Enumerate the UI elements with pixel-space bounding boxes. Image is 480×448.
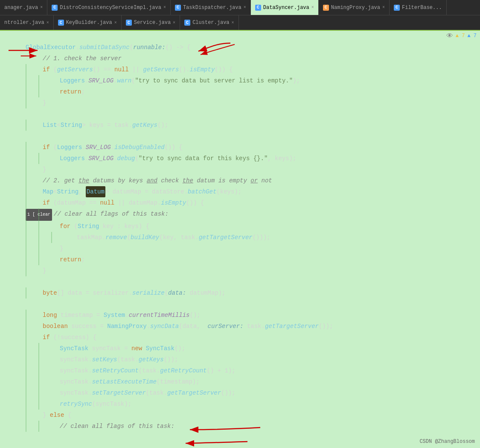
tab-label: KeyBuilder.java — [66, 20, 112, 26]
hide-icon: 👁 — [446, 32, 453, 40]
code-line-empty3 — [0, 276, 480, 287]
code-line-empty4 — [0, 299, 480, 310]
ide-window: anager.java × C DistroConsistencyService… — [0, 0, 480, 448]
code-line-29: syncTask.setKeys(task.getKeys()); — [0, 354, 480, 365]
java-class-icon: C — [394, 5, 400, 11]
tab-controller[interactable]: ntroller.java × — [0, 15, 54, 30]
code-line-17: for (String key : keys) { — [0, 221, 480, 232]
close-icon[interactable]: × — [114, 20, 117, 25]
warning-count: ▲ 7 — [456, 33, 465, 39]
java-class-icon: C — [52, 5, 58, 11]
close-icon[interactable]: × — [40, 5, 43, 10]
code-line-35: // clean all flags of this task: — [0, 421, 480, 432]
info-count: ▲ 7 — [467, 33, 477, 39]
close-icon[interactable]: × — [382, 5, 385, 10]
tab-label: ntroller.java — [4, 20, 44, 26]
code-line-13: // 2. get the datums by keys and check t… — [0, 175, 480, 186]
tab-distro[interactable]: C DistroConsistencyServiceImpl.java × — [47, 0, 171, 15]
code-line-32: syncTask.setTargetServer(task.getTargetS… — [0, 387, 480, 398]
tab-service[interactable]: C Service.java × — [122, 15, 180, 30]
code-line-20: return; — [0, 254, 480, 265]
code-line-2: // 1. check the server — [0, 53, 480, 64]
code-line-23: byte[] data = serializer.serialize( data… — [0, 287, 480, 299]
tab-label: Service.java — [134, 20, 171, 26]
warning-bar: 👁 ▲ 7 ▲ 7 — [0, 31, 480, 41]
tab-manager-java[interactable]: anager.java × — [0, 0, 47, 15]
code-line-3: if (getServers() == null || getServers()… — [0, 64, 480, 75]
close-icon[interactable]: × — [311, 5, 314, 10]
close-icon[interactable]: × — [173, 20, 175, 25]
close-icon[interactable]: × — [163, 5, 166, 10]
tab-keybuilder[interactable]: C KeyBuilder.java × — [54, 15, 122, 30]
tab-label: FilterBase... — [402, 5, 442, 11]
code-line-11: Loggers.SRV_LOG.debug("try to sync data … — [0, 153, 480, 164]
code-line-19: } — [0, 243, 480, 254]
tab-datasyncer[interactable]: C DataSyncer.java × — [251, 0, 319, 15]
code-line-27: if (!success) { — [0, 332, 480, 343]
code-line-30: syncTask.setRetryCount(task.getRetryCoun… — [0, 365, 480, 376]
code-line-16: 1 [ clear // clear all flags of this tas… — [0, 208, 480, 221]
code-line-5: return; — [0, 86, 480, 97]
java-class-icon: C — [126, 20, 132, 26]
code-line-empty1 — [0, 108, 480, 120]
code-editor[interactable]: GlobalExecutor.submitDataSync( runnable:… — [0, 41, 480, 448]
tab-label: NamingProxy.java — [331, 5, 380, 11]
tab-bar-row1: anager.java × C DistroConsistencyService… — [0, 0, 480, 15]
tab-filterbase[interactable]: C FilterBase... — [390, 0, 447, 15]
java-class-icon: C — [58, 20, 64, 26]
tab-cluster[interactable]: C Cluster.java × — [180, 15, 239, 30]
code-line-1: GlobalExecutor.submitDataSync( runnable:… — [0, 42, 480, 53]
watermark: CSDN @ZhangBlossom — [419, 439, 475, 445]
code-line-31: syncTask.setLastExecuteTime(timestamp); — [0, 376, 480, 387]
code-line-14: Map<String, Datum> datumMap = dataStore.… — [0, 186, 480, 197]
tab-label: TaskDispatcher.java — [183, 5, 241, 11]
tab-namingproxy[interactable]: C NamingProxy.java × — [319, 0, 390, 15]
code-line-18: taskMap.remove(buildKey(key, task.getTar… — [0, 232, 480, 243]
code-line-34: } else { — [0, 410, 480, 421]
code-line-33: retrySync(syncTask); — [0, 398, 480, 410]
code-line-6: } — [0, 97, 480, 108]
java-class-icon: C — [175, 5, 181, 11]
tab-label: anager.java — [4, 5, 38, 11]
code-line-8: List<String> keys = task.getKeys(); — [0, 120, 480, 131]
tab-bar-row2: ntroller.java × C KeyBuilder.java × C Se… — [0, 15, 480, 31]
code-line-4: Loggers.SRV_LOG.warn("try to sync data b… — [0, 75, 480, 86]
code-line-25: long timestamp = System.currentTimeMilli… — [0, 310, 480, 321]
code-line-21: } — [0, 265, 480, 276]
java-class-icon: C — [323, 5, 329, 11]
java-class-icon: C — [184, 20, 190, 26]
tab-label: DataSyncer.java — [263, 5, 309, 11]
close-icon[interactable]: × — [244, 5, 246, 10]
tab-label: DistroConsistencyServiceImpl.java — [60, 5, 161, 11]
tab-taskdispatcher[interactable]: C TaskDispatcher.java × — [171, 0, 251, 15]
code-line-15: if (datumMap == null || datumMap.isEmpty… — [0, 197, 480, 208]
code-line-10: if (Loggers.SRV_LOG.isDebugEnabled()) { — [0, 142, 480, 153]
close-icon[interactable]: × — [47, 20, 49, 25]
java-class-icon: C — [255, 5, 261, 11]
code-line-empty2 — [0, 131, 480, 142]
code-line-26: boolean success = NamingProxy.syncData(d… — [0, 321, 480, 332]
code-line-12: } — [0, 164, 480, 175]
tab-label: Cluster.java — [192, 20, 229, 26]
close-icon[interactable]: × — [232, 20, 234, 25]
code-line-28: SyncTask syncTask = new SyncTask(); — [0, 343, 480, 354]
